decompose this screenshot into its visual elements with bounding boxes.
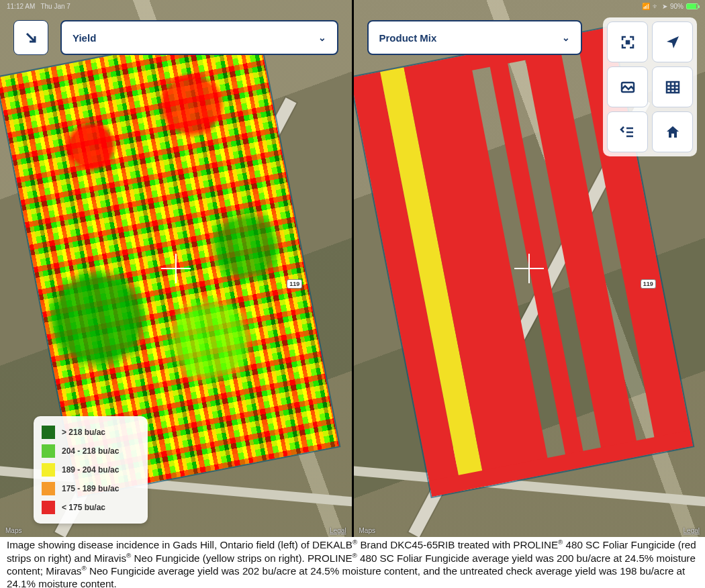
layer-selector-left[interactable]: Yield ⌄ bbox=[60, 20, 338, 55]
location-arrow-icon bbox=[665, 34, 681, 50]
route-badge: 119 bbox=[287, 279, 302, 289]
status-date: Thu Jan 7 bbox=[40, 3, 70, 10]
legend-row: 175 - 189 bu/ac bbox=[42, 479, 140, 498]
status-time-date: 11:12 AM Thu Jan 7 bbox=[7, 3, 70, 10]
legend-swatch bbox=[42, 426, 55, 439]
fullscreen-icon bbox=[620, 34, 636, 50]
battery-percent: 90% bbox=[670, 3, 684, 10]
home-button[interactable] bbox=[652, 111, 693, 152]
legend-label: 204 - 218 bu/ac bbox=[62, 446, 119, 456]
legend-row: 204 - 218 bu/ac bbox=[42, 442, 140, 460]
legend-row: < 175 bu/ac bbox=[42, 498, 140, 517]
collapse-button[interactable] bbox=[13, 20, 48, 55]
home-icon bbox=[665, 124, 681, 140]
legend-label: 189 - 204 bu/ac bbox=[62, 465, 119, 475]
map-panel-right[interactable]: 119 Product Mix ⌄ bbox=[354, 0, 706, 537]
wifi-icon: ᯤ bbox=[653, 3, 659, 10]
status-time: 11:12 AM bbox=[7, 3, 35, 10]
legend-swatch bbox=[42, 482, 55, 495]
battery-icon bbox=[686, 3, 698, 9]
signal-icon: 📶 bbox=[642, 3, 650, 10]
legend-swatch bbox=[42, 463, 55, 477]
chevron-down-icon: ⌄ bbox=[562, 32, 570, 43]
legend-label: 175 - 189 bu/ac bbox=[62, 484, 119, 493]
figure-caption: Image showing disease incidence in Gads … bbox=[7, 538, 698, 588]
map-attribution-brand: Maps bbox=[5, 527, 21, 534]
maps-area: 119 Yield ⌄ > 218 bu/ac204 - 218 bu/ac18… bbox=[0, 0, 705, 537]
status-right: 📶 ᯤ ➤ 90% bbox=[642, 3, 698, 10]
svg-rect-0 bbox=[626, 41, 629, 44]
image-icon bbox=[620, 79, 636, 95]
list-back-icon bbox=[620, 124, 636, 140]
map-attribution-brand: Maps bbox=[359, 527, 375, 534]
legend-swatch bbox=[42, 444, 55, 458]
tool-panel bbox=[603, 17, 697, 156]
route-badge: 119 bbox=[641, 279, 656, 289]
fullscreen-button[interactable] bbox=[607, 21, 648, 62]
legend-row: 189 - 204 bu/ac bbox=[42, 460, 140, 479]
status-bar: 11:12 AM Thu Jan 7 📶 ᯤ ➤ 90% bbox=[0, 0, 705, 12]
yield-legend: > 218 bu/ac204 - 218 bu/ac189 - 204 bu/a… bbox=[34, 416, 148, 524]
chevron-down-icon: ⌄ bbox=[318, 32, 326, 43]
layers-button[interactable] bbox=[607, 111, 648, 152]
map-attribution-legal[interactable]: Legal bbox=[684, 527, 700, 534]
layer-selector-left-label: Yield bbox=[73, 32, 96, 44]
layer-selector-right[interactable]: Product Mix ⌄ bbox=[367, 20, 582, 55]
legend-label: > 218 bu/ac bbox=[62, 428, 105, 437]
map-panel-left[interactable]: 119 Yield ⌄ > 218 bu/ac204 - 218 bu/ac18… bbox=[0, 0, 352, 537]
layer-selector-right-label: Product Mix bbox=[379, 32, 437, 44]
screenshot-button[interactable] bbox=[607, 66, 648, 107]
svg-rect-2 bbox=[667, 82, 679, 93]
legend-swatch bbox=[42, 501, 55, 514]
legend-row: > 218 bu/ac bbox=[42, 423, 140, 442]
table-icon bbox=[665, 79, 681, 95]
arrow-down-right-icon bbox=[23, 30, 39, 46]
table-button[interactable] bbox=[652, 66, 693, 107]
location-arrow-icon: ➤ bbox=[662, 3, 667, 10]
locate-button[interactable] bbox=[652, 21, 693, 62]
map-attribution-legal[interactable]: Legal bbox=[330, 527, 346, 534]
legend-label: < 175 bu/ac bbox=[62, 503, 105, 512]
top-controls-left: Yield ⌄ bbox=[13, 20, 338, 55]
